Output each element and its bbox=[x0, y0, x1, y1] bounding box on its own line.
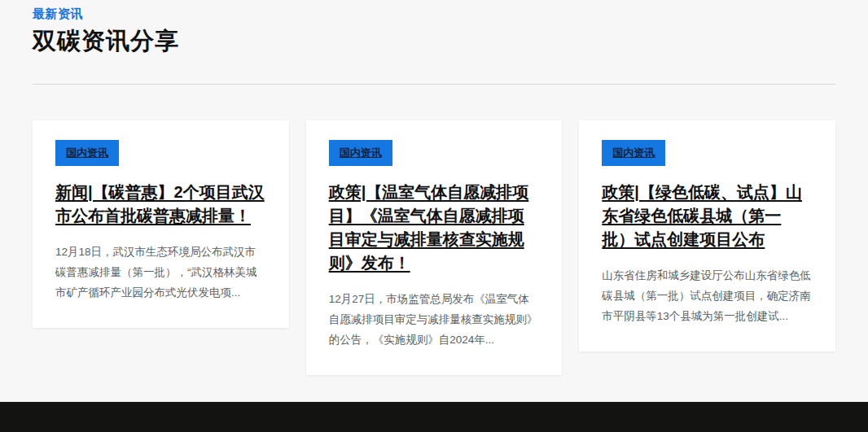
news-card[interactable]: 国内资讯 新闻|【碳普惠】2个项目武汉市公布首批碳普惠减排量！ 12月18日，武… bbox=[33, 120, 289, 328]
category-badge-label: 国内资讯 bbox=[66, 146, 108, 159]
category-badge-label: 国内资讯 bbox=[340, 146, 382, 159]
category-badge[interactable]: 国内资讯 bbox=[602, 140, 665, 166]
category-badge[interactable]: 国内资讯 bbox=[55, 140, 119, 166]
section-eyebrow: 最新资讯 bbox=[33, 7, 835, 22]
news-card[interactable]: 国内资讯 政策|【绿色低碳、试点】山东省绿色低碳县城（第一批）试点创建项目公布 … bbox=[579, 120, 835, 351]
news-card[interactable]: 国内资讯 政策|【温室气体自愿减排项目】《温室气体自愿减排项目审定与减排量核查实… bbox=[306, 120, 563, 375]
news-excerpt: 山东省住房和城乡建设厅公布山东省绿色低碳县城（第一批）试点创建项目，确定济南市平… bbox=[602, 266, 813, 327]
footer-bar bbox=[0, 402, 868, 432]
latest-news-section: 最新资讯 双碳资讯分享 国内资讯 新闻|【碳普惠】2个项目武汉市公布首批碳普惠减… bbox=[0, 0, 868, 375]
news-card-list: 国内资讯 新闻|【碳普惠】2个项目武汉市公布首批碳普惠减排量！ 12月18日，武… bbox=[33, 120, 835, 375]
page-title: 双碳资讯分享 bbox=[33, 25, 835, 58]
news-excerpt: 12月18日，武汉市生态环境局公布武汉市碳普惠减排量（第一批），“武汉格林美城市… bbox=[55, 242, 266, 303]
news-title-link[interactable]: 政策|【温室气体自愿减排项目】《温室气体自愿减排项目审定与减排量核查实施规则》发… bbox=[329, 181, 540, 275]
news-title-link[interactable]: 新闻|【碳普惠】2个项目武汉市公布首批碳普惠减排量！ bbox=[55, 181, 266, 228]
category-badge[interactable]: 国内资讯 bbox=[329, 140, 392, 166]
news-excerpt: 12月27日，市场监管总局发布《温室气体自愿减排项目审定与减排量核查实施规则》的… bbox=[329, 290, 540, 351]
section-divider bbox=[33, 84, 835, 85]
news-title-link[interactable]: 政策|【绿色低碳、试点】山东省绿色低碳县城（第一批）试点创建项目公布 bbox=[602, 181, 813, 251]
category-badge-label: 国内资讯 bbox=[612, 146, 655, 159]
